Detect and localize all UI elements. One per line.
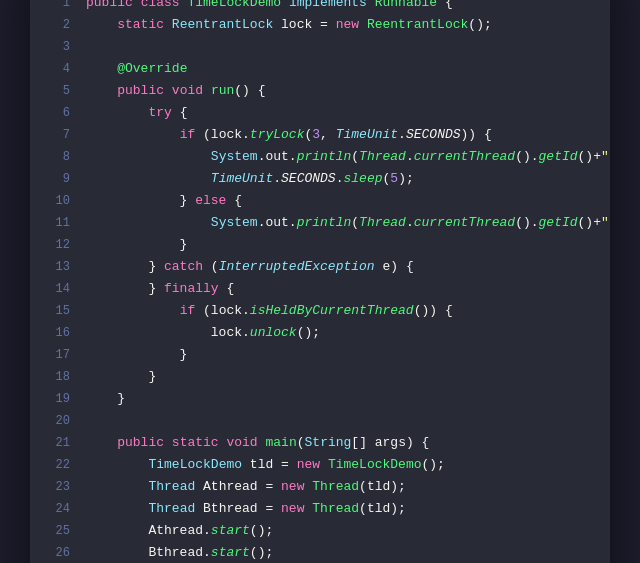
line-26: 26 Bthread.start(); xyxy=(30,542,610,563)
line-17: 17 } xyxy=(30,344,610,366)
line-11: 11 System.out.println(Thread.currentThre… xyxy=(30,212,610,234)
line-20: 20 xyxy=(30,410,610,432)
line-13: 13 } catch (InterruptedException e) { xyxy=(30,256,610,278)
code-window: 1 public class TimeLockDemo implements R… xyxy=(30,0,610,563)
line-24: 24 Thread Bthread = new Thread(tld); xyxy=(30,498,610,520)
line-6: 6 try { xyxy=(30,102,610,124)
line-16: 16 lock.unlock(); xyxy=(30,322,610,344)
line-12: 12 } xyxy=(30,234,610,256)
line-5: 5 public void run() { xyxy=(30,80,610,102)
line-18: 18 } xyxy=(30,366,610,388)
code-editor: 1 public class TimeLockDemo implements R… xyxy=(30,0,610,563)
line-10: 10 } else { xyxy=(30,190,610,212)
line-15: 15 if (lock.isHeldByCurrentThread()) { xyxy=(30,300,610,322)
line-8: 8 System.out.println(Thread.currentThrea… xyxy=(30,146,610,168)
line-14: 14 } finally { xyxy=(30,278,610,300)
line-9: 9 TimeUnit.SECONDS.sleep(5); xyxy=(30,168,610,190)
line-23: 23 Thread Athread = new Thread(tld); xyxy=(30,476,610,498)
line-19: 19 } xyxy=(30,388,610,410)
line-22: 22 TimeLockDemo tld = new TimeLockDemo()… xyxy=(30,454,610,476)
line-21: 21 public static void main(String[] args… xyxy=(30,432,610,454)
line-7: 7 if (lock.tryLock(3, TimeUnit.SECONDS))… xyxy=(30,124,610,146)
line-3: 3 xyxy=(30,36,610,58)
line-2: 2 static ReentrantLock lock = new Reentr… xyxy=(30,14,610,36)
line-4: 4 @Override xyxy=(30,58,610,80)
line-1: 1 public class TimeLockDemo implements R… xyxy=(30,0,610,14)
line-25: 25 Athread.start(); xyxy=(30,520,610,542)
